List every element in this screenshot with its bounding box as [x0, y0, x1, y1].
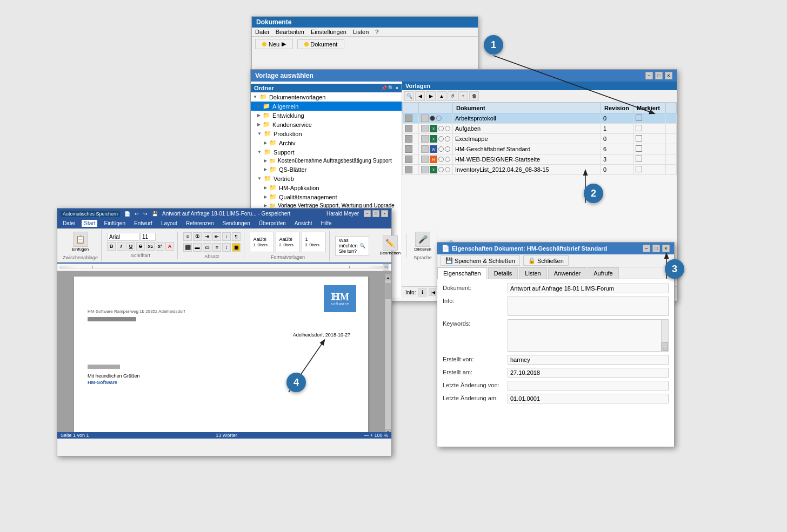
style-box-0[interactable]: AaBbI1. Übers... — [250, 232, 274, 252]
folder-dokumentenvorlagen[interactable]: ▼ 📁 Dokumentenvorlagen — [251, 92, 402, 102]
quick-save[interactable]: 💾 — [152, 211, 158, 217]
word-max[interactable]: □ — [372, 210, 379, 217]
template-name-4[interactable]: HM-WEB-DESIGNER-Startseite — [453, 154, 601, 165]
menu-help[interactable]: ? — [375, 29, 378, 35]
template-name-0[interactable]: Arbeitsprotokoll — [453, 113, 601, 124]
ribbon-entwurf[interactable]: Entwurf — [132, 220, 155, 227]
col-dokument[interactable]: Dokument — [453, 103, 601, 113]
col-revision[interactable]: Revision — [601, 103, 633, 113]
table-row[interactable]: X InventoryList_2012.04.26_08-38-15 0 — [403, 165, 677, 175]
keywords-box[interactable] — [508, 319, 669, 352]
font-name-input[interactable] — [107, 233, 139, 241]
outdent-btn[interactable]: ⇤ — [212, 232, 221, 241]
font-size-input[interactable] — [141, 233, 156, 241]
folder-kostenuebernahme[interactable]: ▶ 📁 Kostenübernahme Auftragsbestätigung … — [251, 157, 402, 165]
close-btn[interactable]: × — [665, 72, 672, 79]
strikethrough-btn[interactable]: S — [136, 242, 145, 251]
ribbon-start[interactable]: Start — [82, 220, 97, 227]
tb-delete[interactable]: 🗑 — [469, 91, 479, 101]
close-btn2[interactable]: × — [662, 245, 670, 252]
tb-forward[interactable]: ▶ — [426, 91, 436, 101]
neu-button[interactable]: Neu ▶ — [255, 39, 293, 49]
letzte-aenderung-von-input[interactable] — [508, 381, 669, 390]
shading-btn[interactable]: ▣ — [232, 243, 241, 252]
bold-btn[interactable]: B — [107, 242, 116, 251]
erstellt-von-input[interactable] — [508, 355, 669, 365]
save-schliessen-button[interactable]: 💾 Speichern & Schließen — [441, 255, 520, 266]
template-name-5[interactable]: InventoryList_2012.04.26_08-38-15 — [453, 165, 601, 175]
col-markiert[interactable]: Markiert — [633, 103, 666, 113]
tab-anwender[interactable]: Anwender — [548, 267, 587, 279]
list-btn[interactable]: ≡ — [183, 232, 192, 241]
einfuegen-btn[interactable]: 📋 Einfügen — [70, 231, 91, 253]
folder-support[interactable]: ▼ 📁 Support — [251, 147, 402, 157]
sort-btn[interactable]: ↕ — [222, 232, 231, 241]
style-box-1[interactable]: AaBbI2. Übers... — [276, 232, 300, 252]
tb-back[interactable]: ◀ — [415, 91, 425, 101]
style-box-2[interactable]: 13. Übers... — [302, 232, 326, 252]
schliessen-button[interactable]: 🔒 Schließen — [523, 255, 569, 266]
ribbon-datei[interactable]: Datei — [61, 220, 77, 227]
folder-archiv[interactable]: ▶ 📁 Archiv — [251, 138, 402, 147]
folder-hm-app[interactable]: ▶ 📁 HM-Applikation — [251, 183, 402, 192]
ribbon-hilfe[interactable]: Hilfe — [319, 220, 334, 227]
table-row[interactable]: X Excelmappe 0 — [403, 134, 677, 144]
spacing-btn[interactable]: ↕ — [222, 243, 231, 252]
tab-listen[interactable]: Listen — [519, 267, 546, 279]
ribbon-referenzen[interactable]: Referenzen — [184, 220, 216, 227]
word-min[interactable]: − — [364, 210, 371, 217]
align-left-btn[interactable]: ⬛ — [183, 243, 192, 252]
menu-datei[interactable]: Datei — [255, 29, 269, 35]
menu-listen[interactable]: Listen — [353, 29, 369, 35]
underline-btn[interactable]: U — [126, 242, 135, 251]
max-btn[interactable]: □ — [652, 245, 660, 252]
italic-btn[interactable]: I — [117, 242, 125, 251]
tb-up[interactable]: ▲ — [437, 91, 446, 101]
redo-btn[interactable]: ↪ — [143, 211, 148, 217]
folder-qualitaet[interactable]: ▶ 📁 Qualitätsmanagement — [251, 192, 402, 201]
folder-kundenservice[interactable]: ▶ 📁 Kundenservice — [251, 120, 402, 129]
template-name-3[interactable]: HM-Geschäftsbrief Standard — [453, 144, 601, 154]
ribbon-sendungen[interactable]: Sendungen — [221, 220, 252, 227]
word-close[interactable]: × — [381, 210, 388, 217]
ribbon-layout[interactable]: Layout — [159, 220, 179, 227]
indent-btn[interactable]: ⇥ — [203, 232, 211, 241]
dokument-input[interactable] — [508, 284, 669, 293]
subscript-btn[interactable]: x₂ — [146, 242, 155, 251]
ruler-btn[interactable]: ⊓ — [383, 264, 389, 271]
tab-details[interactable]: Details — [488, 267, 518, 279]
menu-bearbeiten[interactable]: Bearbeiten — [276, 29, 304, 35]
superscript-btn[interactable]: x² — [156, 242, 164, 251]
align-center-btn[interactable]: ▬ — [193, 243, 202, 252]
info-textarea[interactable] — [508, 297, 669, 316]
table-row[interactable]: W HM-Geschäftsbrief Standard 6 — [403, 144, 677, 154]
ribbon-einfuegen[interactable]: Einfügen — [102, 220, 127, 227]
min-btn[interactable]: − — [643, 245, 650, 252]
table-row[interactable]: X Aufgaben 1 — [403, 124, 677, 134]
dok-button[interactable]: Dokument — [297, 39, 344, 49]
template-name-2[interactable]: Excelmappe — [453, 134, 601, 144]
ribbon-ueberprufen[interactable]: Überprüfen — [257, 220, 288, 227]
color-btn[interactable]: A — [165, 242, 174, 251]
info-icon[interactable]: ℹ — [418, 288, 426, 297]
align-right-btn[interactable]: ▭ — [203, 243, 211, 252]
tb-search[interactable]: 🔍 — [404, 91, 414, 101]
menu-einstellungen[interactable]: Einstellungen — [311, 29, 346, 35]
folder-vertrieb[interactable]: ▼ 📁 Vertrieb — [251, 174, 402, 183]
numblist-btn[interactable]: ① — [193, 232, 202, 241]
scroll-down[interactable]: ▼ — [385, 429, 391, 432]
folder-entwicklung[interactable]: ▶ 📁 Entwicklung — [251, 111, 402, 120]
tb-refresh[interactable]: ↺ — [448, 91, 457, 101]
search-box[interactable]: Was möchten Sie tun? 🔍 — [335, 236, 369, 255]
align-justify-btn[interactable]: ≡ — [212, 243, 221, 252]
diktieren-btn[interactable]: 🎤 Diktieren — [412, 231, 433, 253]
tab-aufrufe[interactable]: Aufrufe — [588, 267, 618, 279]
scroll-up[interactable]: ▲ — [385, 275, 391, 280]
tab-eigenschaften[interactable]: Eigenschaften — [437, 267, 487, 279]
bearbeiten-btn[interactable]: ✏️ Bearbeiten — [378, 234, 403, 257]
scroll-thumb[interactable] — [385, 283, 391, 299]
folder-qs[interactable]: ▶ 📁 QS-Blätter — [251, 165, 402, 174]
table-row[interactable]: H HM-WEB-DESIGNER-Startseite 3 — [403, 154, 677, 165]
minimize-btn[interactable]: − — [645, 72, 653, 79]
pilcrow-btn[interactable]: ¶ — [232, 232, 241, 241]
